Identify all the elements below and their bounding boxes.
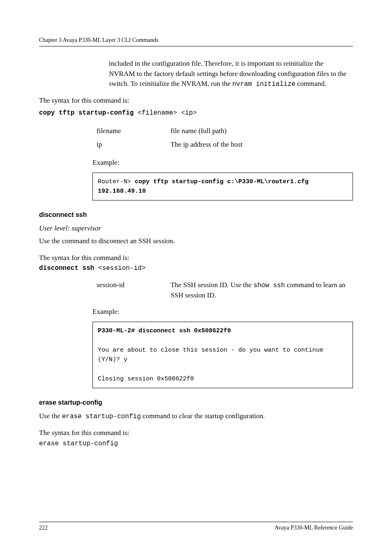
- example-label-copy: Example:: [92, 159, 353, 167]
- ssh-command-syntax: disconnect ssh <session-id>: [39, 264, 353, 273]
- copy-param-table: filename file name (full path) ip The ip…: [97, 124, 353, 151]
- param-row: filename file name (full path): [97, 124, 353, 138]
- ssh-command-bold: disconnect ssh: [39, 265, 94, 272]
- footer-row: 222 Avaya P330-ML Reference Guide: [39, 525, 353, 531]
- intro-inline-code: nvram initialize: [232, 81, 295, 88]
- syntax-label-ssh: The syntax for this command is:: [39, 253, 353, 263]
- section-head-erase: erase startup-config: [39, 399, 353, 406]
- ssh-param-pre: The SSH session ID. Use the: [171, 281, 254, 289]
- param-key: ip: [97, 138, 171, 151]
- erase-use-line: Use the erase startup-config command to …: [39, 411, 353, 421]
- footer-title: Avaya P330-ML Reference Guide: [274, 525, 353, 531]
- intro-paragraph: included in the configuration file. Ther…: [109, 59, 349, 89]
- header-rule: [39, 46, 353, 46]
- running-head: Chapter 3 Avaya P330-ML Layer 3 CLI Comm…: [39, 37, 353, 44]
- erase-use-post: command to clear the startup configurati…: [141, 412, 265, 420]
- param-val: The SSH session ID. Use the show ssh com…: [171, 280, 353, 301]
- ssh-user-level: User level: supervisor: [39, 223, 353, 234]
- copy-example-prefix: Router-N>: [98, 178, 135, 185]
- footer-rule: [39, 522, 353, 522]
- syntax-label-copy: The syntax for this command is:: [39, 96, 353, 106]
- param-row: session-id The SSH session ID. Use the s…: [97, 280, 353, 301]
- section-head-disconnect-ssh: disconnect ssh: [39, 211, 353, 219]
- example-label-ssh: Example:: [92, 308, 353, 316]
- ssh-use-line: Use the command to disconnect an SSH ses…: [39, 236, 353, 246]
- param-row: ip The ip address of the host: [97, 138, 353, 151]
- page-number: 222: [39, 525, 48, 531]
- ssh-command-args: <session-id>: [94, 265, 145, 272]
- copy-command-args: <filename> <ip>: [134, 109, 197, 117]
- erase-use-code: erase startup-config: [62, 413, 141, 420]
- param-val: The ip address of the host: [171, 138, 353, 151]
- copy-command-bold: copy tftp startup-config: [39, 109, 134, 117]
- param-val: file name (full path): [171, 124, 353, 138]
- param-key: session-id: [97, 280, 171, 290]
- page: Chapter 3 Avaya P330-ML Layer 3 CLI Comm…: [0, 0, 392, 555]
- ssh-param-code: show ssh: [254, 282, 285, 289]
- ssh-example-box: P330-ML-2# disconnect ssh 0x508622f0 You…: [92, 322, 353, 388]
- copy-example-box: Router-N> copy tftp startup-config c:\P3…: [92, 173, 353, 201]
- param-key: filename: [97, 124, 171, 138]
- erase-use-pre: Use the: [39, 412, 62, 420]
- ssh-param-table: session-id The SSH session ID. Use the s…: [97, 280, 353, 301]
- ssh-example-command: P330-ML-2# disconnect ssh 0x508622f0: [98, 327, 231, 334]
- intro-tail: command.: [295, 80, 327, 88]
- ssh-example-body: You are about to close this session - do…: [98, 347, 327, 382]
- copy-command-syntax: copy tftp startup-config <filename> <ip>: [39, 108, 353, 118]
- erase-command-syntax: erase startup-config: [39, 439, 353, 449]
- syntax-label-erase: The syntax for this command is:: [39, 428, 353, 438]
- page-footer: 222 Avaya P330-ML Reference Guide: [39, 522, 353, 531]
